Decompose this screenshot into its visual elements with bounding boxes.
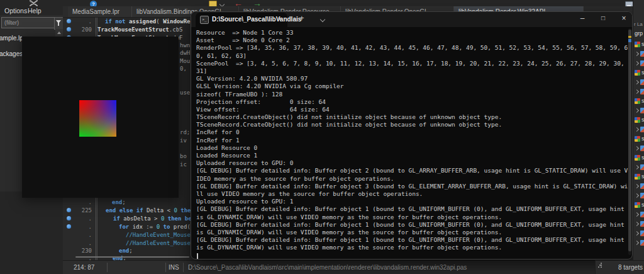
tree-row[interactable] [633,210,644,219]
chevron-expand-icon[interactable] [635,231,639,236]
code-text: end; [119,248,133,254]
unit-icon [640,240,644,246]
terminal-line: IncRef for 1 [196,137,630,144]
chevron-expand-icon[interactable] [635,184,639,188]
chevron-expand-icon[interactable] [635,52,639,56]
terminal-line: Resource => Node 1 Core 33 [196,29,630,37]
chevron-expand-icon[interactable] [635,108,639,113]
minimize-icon[interactable]: – [578,14,587,23]
clipped-code-fragment: iv [180,137,187,144]
terminal-tab-title: D:\Source\_Pascal\libVandlais [212,16,301,23]
insert-mode-indicator: INS [169,264,179,271]
terminal-line: IDEO memory as the source for buffer obj… [196,175,630,183]
close-icon[interactable]: × [619,14,628,23]
unit-icon [640,164,644,170]
tree-row[interactable]: s [633,40,644,49]
terminal-line: View offset: 64 size: 64 [196,106,630,113]
chevron-expand-icon[interactable] [635,165,639,169]
breakpoint-dot[interactable] [67,19,71,23]
chevron-expand-icon[interactable] [635,146,639,151]
cmd-icon: >_ [200,16,209,24]
terminal-scrollbar[interactable] [628,28,631,255]
tree-item-project-file[interactable]: ample.lp [0,35,23,42]
menu-help[interactable]: Help [28,7,42,14]
scroll-mark-yellow [628,36,631,38]
tab-dropdown-icon[interactable] [320,17,325,22]
scrollbar-thumb[interactable] [628,30,631,251]
tree-row[interactable]: s [633,69,644,77]
terminal-line: Loaded Resource 1 [196,152,630,159]
chevron-expand-icon[interactable] [635,127,639,132]
chevron-expand-icon[interactable] [635,61,639,66]
code-text: TrackMouseEventStruct.cbS [97,26,182,33]
new-tab-icon[interactable]: + [299,13,304,23]
maximize-icon[interactable]: □ [599,14,608,21]
tree-row[interactable] [633,144,644,153]
tree-group-label[interactable]: grp [635,30,643,37]
chevron-expand-icon[interactable] [635,80,639,84]
tree-row[interactable]: s [633,201,644,210]
tree-row[interactable]: s [633,116,644,125]
code-text: //HandleEvent_MouseW [126,232,194,238]
menu-options[interactable]: Options [4,7,27,14]
tree-item-packages[interactable]: ackages [0,50,23,57]
unit-icon [640,51,644,57]
terminal-line: ScenePool => [3, 4, 5, 6, 7, 8, 9, 10, 1… [196,60,630,67]
chevron-expand-icon[interactable] [635,89,639,94]
tree-row[interactable] [633,106,644,115]
breakpoint-dot[interactable] [67,216,71,220]
cursor-position: 214: 87 [74,264,94,271]
tree-row[interactable] [633,239,644,248]
tree-item-fragment: s [641,117,644,123]
terminal-window[interactable]: >_ D:\Source\_Pascal\libVandlais × + – □… [191,11,633,260]
tools-icon[interactable] [29,0,39,6]
tree-row[interactable] [633,59,644,68]
tree-row[interactable] [633,163,644,172]
unit-icon [640,193,644,198]
tree-row[interactable] [633,88,644,96]
tree-row[interactable] [633,220,644,229]
chevron-expand-icon[interactable] [635,241,639,245]
line-number: . [72,240,92,246]
tree-row[interactable] [633,191,644,200]
package-icon [635,202,640,208]
terminal-line: [GL DEBUG] Buffer detailed info: Buffer … [196,167,630,174]
tree-row[interactable] [633,229,644,238]
tree-row[interactable]: s [633,154,644,163]
file-path: D:\Source\_Pascal\libVandlaism\src\main\… [188,264,467,271]
clipped-code-fragment: use [180,89,190,96]
chevron-expand-icon[interactable] [635,222,639,226]
close-tab-icon[interactable]: × [277,15,281,23]
terminal-output[interactable]: Resource => Node 1 Core 33Asset => Node … [196,29,630,251]
scroll-up-icon[interactable] [57,31,61,34]
line-number: . [72,199,92,205]
clipped-code-fragment: dwH [180,50,190,56]
tree-row[interactable] [633,50,644,59]
breakpoint-dot[interactable] [67,224,71,229]
breakpoint-dot[interactable] [67,208,71,212]
terminal-titlebar[interactable]: >_ D:\Source\_Pascal\libVandlais × + – □… [191,12,633,27]
line-number: 200 [72,26,92,33]
line-number: . [72,224,92,230]
opengl-render-window [22,37,179,198]
terminal-tab[interactable]: >_ D:\Source\_Pascal\libVandlais × [196,13,287,27]
chevron-expand-icon[interactable] [635,193,639,198]
filter-input[interactable]: (filter) [1,17,55,28]
tree-row[interactable]: s [633,97,644,106]
chevron-expand-icon[interactable] [635,212,639,217]
tree-row[interactable]: s [633,173,644,181]
terminal-line: is GL_DYNAMIC_DRAW) will use VIDEO memor… [196,229,630,236]
tree-row[interactable] [633,125,644,134]
line-number: 230 [72,248,92,254]
tree-item-fragment: s [641,154,644,161]
tree-row[interactable] [633,78,644,87]
resize-grip-icon[interactable] [598,266,599,268]
horizontal-scrollbar[interactable] [75,256,189,258]
filter-button[interactable] [54,17,64,30]
screen: ? ← → Save + Ad Options Help (filter) am… [0,0,644,274]
tree-row[interactable]: s [633,135,644,144]
tree-row[interactable] [633,182,644,191]
terminal-line: IncRef for 0 [196,128,630,136]
breakpoint-dot[interactable] [67,27,71,31]
unit-icon [640,79,644,85]
